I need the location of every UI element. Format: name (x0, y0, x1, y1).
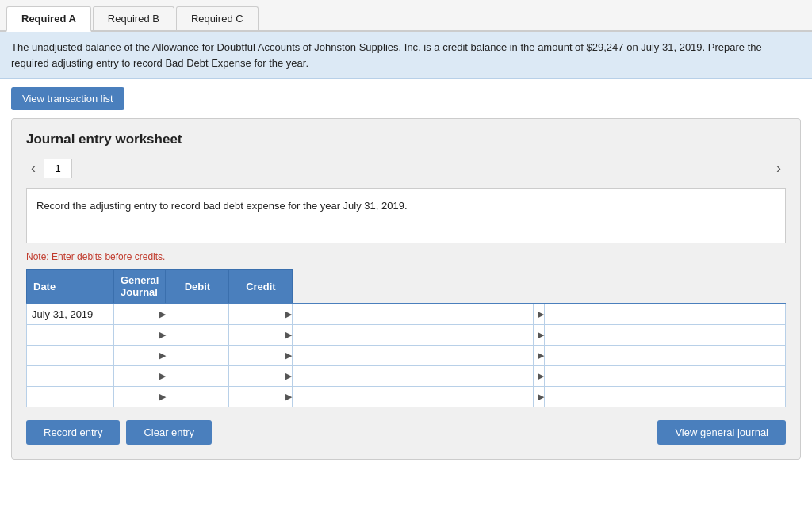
debit-input[interactable] (293, 304, 533, 324)
tab-required-b[interactable]: Required B (93, 6, 174, 30)
worksheet-title: Journal entry worksheet (26, 132, 786, 147)
debit-input[interactable] (293, 366, 533, 386)
header-date: Date (27, 270, 114, 304)
date-cell (27, 365, 114, 386)
navigator: ‹ › (26, 159, 786, 178)
table-row: ▶▶▶ (27, 365, 786, 386)
arrow-icon: ▶ (114, 386, 166, 407)
credit-cell[interactable] (545, 365, 786, 386)
note-text: Note: Enter debits before credits. (26, 251, 786, 262)
info-box: The unadjusted balance of the Allowance … (0, 32, 812, 79)
credit-input[interactable] (545, 387, 785, 407)
table-row: ▶▶▶ (27, 324, 786, 345)
credit-input[interactable] (545, 325, 785, 345)
date-cell (27, 324, 114, 345)
journal-cell[interactable] (166, 345, 229, 365)
description-text: Record the adjusting entry to record bad… (36, 200, 408, 212)
credit-input[interactable] (545, 346, 785, 365)
arrow-icon: ▶ (229, 324, 293, 345)
journal-input[interactable] (166, 346, 229, 365)
arrow-icon: ▶ (534, 345, 545, 365)
date-cell (27, 386, 114, 407)
tab-required-a[interactable]: Required A (6, 6, 91, 32)
view-transaction-button[interactable]: View transaction list (11, 87, 124, 110)
arrow-icon: ▶ (229, 365, 293, 386)
arrow-icon: ▶ (114, 324, 166, 345)
info-text: The unadjusted balance of the Allowance … (11, 41, 762, 69)
debit-cell[interactable] (293, 304, 534, 324)
debit-cell[interactable] (293, 345, 534, 365)
journal-input[interactable] (166, 387, 229, 407)
buttons-row: Record entry Clear entry View general jo… (26, 420, 786, 445)
credit-cell[interactable] (545, 324, 786, 345)
date-cell: July 31, 2019 (27, 304, 114, 324)
journal-input[interactable] (166, 304, 229, 324)
arrow-icon: ▶ (534, 304, 545, 324)
credit-input[interactable] (545, 304, 785, 324)
arrow-icon: ▶ (534, 365, 545, 386)
arrow-icon: ▶ (534, 386, 545, 407)
journal-input[interactable] (166, 325, 229, 345)
journal-cell[interactable] (166, 304, 229, 324)
journal-table: Date General Journal Debit Credit July 3… (26, 269, 786, 407)
next-page-button[interactable]: › (772, 159, 786, 178)
debit-cell[interactable] (293, 386, 534, 407)
debit-input[interactable] (293, 387, 533, 407)
credit-cell[interactable] (545, 345, 786, 365)
tab-bar: Required A Required B Required C (0, 0, 812, 32)
header-journal: General Journal (114, 270, 166, 304)
arrow-icon: ▶ (229, 304, 293, 324)
page-number-input[interactable] (44, 159, 72, 178)
clear-entry-button[interactable]: Clear entry (126, 420, 212, 445)
prev-page-button[interactable]: ‹ (26, 159, 40, 178)
worksheet-container: Journal entry worksheet ‹ › Record the a… (11, 118, 801, 460)
header-credit: Credit (229, 270, 293, 304)
arrow-icon: ▶ (229, 345, 293, 365)
arrow-icon: ▶ (114, 365, 166, 386)
debit-cell[interactable] (293, 365, 534, 386)
description-box: Record the adjusting entry to record bad… (26, 188, 786, 243)
credit-cell[interactable] (545, 386, 786, 407)
journal-cell[interactable] (166, 386, 229, 407)
journal-cell[interactable] (166, 324, 229, 345)
arrow-icon: ▶ (534, 324, 545, 345)
table-row: ▶▶▶ (27, 345, 786, 365)
arrow-icon: ▶ (114, 345, 166, 365)
header-debit: Debit (166, 270, 229, 304)
table-row: July 31, 2019▶▶▶ (27, 304, 786, 324)
tab-required-c[interactable]: Required C (176, 6, 259, 30)
journal-input[interactable] (166, 366, 229, 386)
credit-input[interactable] (545, 366, 785, 386)
credit-cell[interactable] (545, 304, 786, 324)
date-cell (27, 345, 114, 365)
view-general-journal-button[interactable]: View general journal (657, 420, 786, 445)
record-entry-button[interactable]: Record entry (26, 420, 120, 445)
journal-cell[interactable] (166, 365, 229, 386)
arrow-icon: ▶ (114, 304, 166, 324)
arrow-icon: ▶ (229, 386, 293, 407)
debit-input[interactable] (293, 346, 533, 365)
debit-cell[interactable] (293, 324, 534, 345)
table-row: ▶▶▶ (27, 386, 786, 407)
debit-input[interactable] (293, 325, 533, 345)
